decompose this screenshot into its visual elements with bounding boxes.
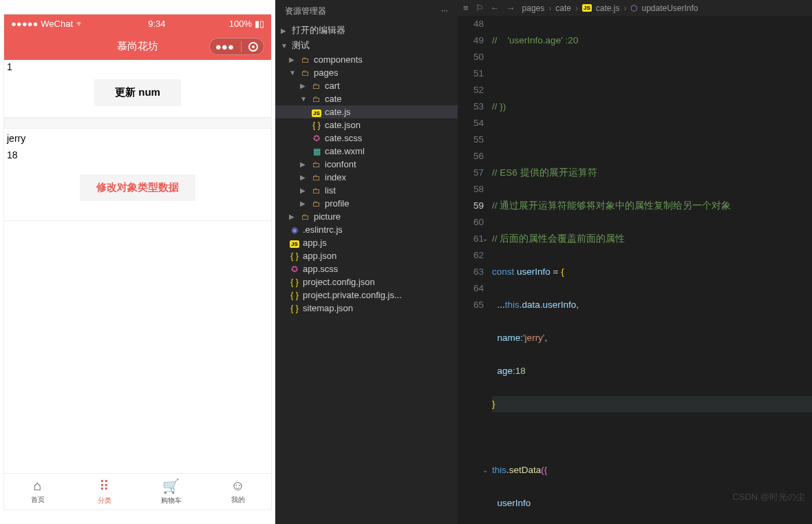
status-bar: ●●●●● WeChat ᯤ 9:34 100% ▮▯ <box>4 14 271 33</box>
file-project-config[interactable]: { }project.config.json <box>275 275 458 289</box>
tab-cart[interactable]: 🛒购物车 <box>138 474 204 510</box>
file-app-js[interactable]: JSapp.js <box>275 236 458 249</box>
folder-icon: 🗀 <box>311 81 322 91</box>
battery-label: 100% <box>229 19 252 29</box>
nav-bar: 慕尚花坊 ●●● <box>4 33 271 60</box>
file-eslintrc[interactable]: ◉.eslintrc.js <box>275 223 458 236</box>
explorer-title: 资源管理器 <box>285 6 326 17</box>
folder-cate[interactable]: ▼🗀cate <box>275 92 458 105</box>
folder-icon: 🗀 <box>311 186 322 196</box>
folder-icon: 🗀 <box>300 212 311 222</box>
js-icon: JS <box>290 240 299 248</box>
user-name-text: jerry <box>4 132 271 145</box>
eslint-icon: ◉ <box>289 225 300 235</box>
folder-index[interactable]: ▶🗀index <box>275 171 458 184</box>
folder-list[interactable]: ▶🗀list <box>275 184 458 197</box>
scss-icon: ✪ <box>311 134 322 143</box>
bookmark-icon[interactable]: ⚐ <box>476 3 484 13</box>
line-gutter: 484950 515253 545556 575859 606162 63646… <box>458 16 492 524</box>
json-icon: { } <box>289 291 300 300</box>
file-cate-wxml[interactable]: ▦cate.wxml <box>275 145 458 158</box>
js-icon: JS <box>312 109 321 117</box>
file-sitemap[interactable]: { }sitemap.json <box>275 302 458 315</box>
json-icon: { } <box>311 120 322 130</box>
tab-home[interactable]: ⌂首页 <box>4 474 71 510</box>
wifi-icon: ᯤ <box>76 19 85 29</box>
open-editors-section[interactable]: ▶打开的编辑器 <box>275 23 458 38</box>
breadcrumb[interactable]: pages› cate› JS cate.js› ⬡ updateUserInf… <box>522 3 698 13</box>
editor-panel: ≡ ⚐ ← → pages› cate› JS cate.js› ⬡ updat… <box>458 0 812 524</box>
phone-simulator: ●●●●● WeChat ᯤ 9:34 100% ▮▯ 慕尚花坊 ●●● 1 更… <box>0 0 275 524</box>
category-icon: ⠿ <box>99 478 109 494</box>
close-icon[interactable] <box>248 42 258 52</box>
page-title: 慕尚花坊 <box>117 40 158 53</box>
nav-forward-icon[interactable]: → <box>506 3 515 13</box>
home-icon: ⌂ <box>33 478 41 494</box>
modify-object-button[interactable]: 修改对象类型数据 <box>80 174 195 201</box>
editor-toolbar: ≡ ⚐ ← → pages› cate› JS cate.js› ⬡ updat… <box>458 0 812 16</box>
tab-bar: ⌂首页 ⠿分类 🛒购物车 ☺我的 <box>4 473 271 510</box>
folder-pages[interactable]: ▼🗀pages <box>275 66 458 79</box>
folder-cart[interactable]: ▶🗀cart <box>275 79 458 92</box>
user-age-text: 18 <box>4 148 271 162</box>
json-icon: { } <box>289 304 300 313</box>
json-icon: { } <box>289 277 300 287</box>
file-cate-js[interactable]: JScate.js <box>275 105 458 118</box>
folder-icon: 🗀 <box>311 94 322 104</box>
signal-icon: ●●●●● <box>11 19 38 29</box>
folder-profile[interactable]: ▶🗀profile <box>275 197 458 210</box>
js-icon: JS <box>582 4 592 12</box>
file-cate-json[interactable]: { }cate.json <box>275 118 458 132</box>
time-label: 9:34 <box>148 19 165 29</box>
battery-icon: ▮▯ <box>255 19 264 29</box>
json-icon: { } <box>289 251 300 261</box>
page-content: 1 更新 num jerry 18 修改对象类型数据 <box>4 60 271 473</box>
folder-icon: 🗀 <box>311 199 322 209</box>
nav-back-icon[interactable]: ← <box>491 3 500 13</box>
explorer-panel: 资源管理器 ··· ▶打开的编辑器 ▼测试 ▶🗀components ▼🗀pag… <box>275 0 458 524</box>
tab-category[interactable]: ⠿分类 <box>71 474 138 510</box>
project-root[interactable]: ▼测试 <box>275 38 458 53</box>
file-app-json[interactable]: { }app.json <box>275 249 458 262</box>
file-project-private[interactable]: { }project.private.config.js... <box>275 289 458 302</box>
folder-icon: 🗀 <box>300 68 311 78</box>
capsule-button[interactable]: ●●● <box>209 38 264 55</box>
folder-iconfont[interactable]: ▶🗀iconfont <box>275 158 458 171</box>
folder-icon: 🗀 <box>311 173 322 182</box>
folder-picture[interactable]: ▶🗀picture <box>275 210 458 223</box>
folder-components[interactable]: ▶🗀components <box>275 53 458 66</box>
more-icon[interactable]: ●●● <box>215 41 234 52</box>
code-editor[interactable]: 484950 515253 545556 575859 606162 63646… <box>458 16 812 524</box>
num-value: 1 <box>4 60 271 74</box>
tab-profile[interactable]: ☺我的 <box>204 474 271 510</box>
file-app-scss[interactable]: ✪app.scss <box>275 262 458 275</box>
file-cate-scss[interactable]: ✪cate.scss <box>275 132 458 145</box>
wxml-icon: ▦ <box>311 147 322 156</box>
folder-icon: 🗀 <box>311 160 322 169</box>
cart-icon: 🛒 <box>162 478 180 494</box>
scss-icon: ✪ <box>289 264 300 274</box>
folder-icon: 🗀 <box>300 55 311 65</box>
profile-icon: ☺ <box>231 478 244 494</box>
watermark: CSDN @时光の尘 <box>732 491 805 503</box>
fold-icon[interactable]: ⌄ <box>482 231 488 247</box>
update-num-button[interactable]: 更新 num <box>94 79 181 106</box>
fold-icon[interactable]: ⌄ <box>482 462 488 479</box>
more-icon[interactable]: ··· <box>441 6 448 17</box>
carrier-label: WeChat <box>41 19 73 29</box>
menu-icon[interactable]: ≡ <box>463 3 469 13</box>
method-icon: ⬡ <box>630 3 637 13</box>
